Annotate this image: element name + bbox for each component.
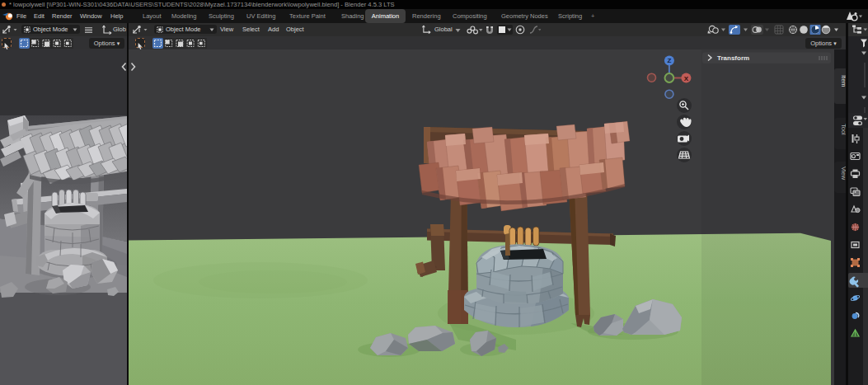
svg-text:X: X [684,75,689,82]
svg-text:Item: Item [840,75,846,87]
svg-text:Transform: Transform [717,54,749,62]
svg-text:Z: Z [667,57,671,64]
svg-text:View: View [840,167,846,181]
svg-text:Tool: Tool [840,124,846,135]
